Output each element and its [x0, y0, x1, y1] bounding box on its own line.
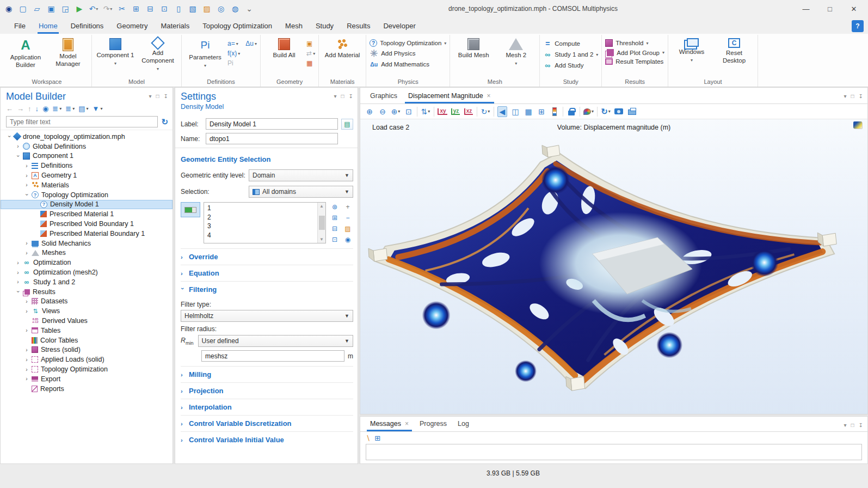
go-back-icon[interactable]: ← [6, 105, 13, 113]
view-xy-icon[interactable]: xy [438, 106, 447, 117]
deactivate-selection-icon[interactable]: ◉ [342, 235, 353, 244]
section-filtering[interactable]: ›Filtering [181, 281, 353, 297]
tree-item-optimization[interactable]: ›∞Optimization [1, 258, 173, 267]
ribbon-button-add-physics[interactable]: ✳Add Physics [370, 49, 446, 58]
rename-icon[interactable]: ▤ [341, 119, 353, 130]
float-panel-icon[interactable]: □ [156, 93, 159, 99]
messages-tab-log[interactable]: Log [452, 417, 475, 431]
model-tree-settings-icon[interactable]: ▤▾ [78, 105, 88, 113]
undo-icon[interactable]: ↶▾ [87, 2, 100, 15]
ribbon-tab-materials[interactable]: Materials [154, 19, 196, 34]
copy-selection-icon[interactable]: ⊞ [329, 213, 340, 222]
update-icon[interactable]: ⇄▾ [306, 50, 315, 57]
paste-icon[interactable]: ⊟ [144, 2, 157, 15]
save-icon[interactable]: ▣ [45, 2, 58, 15]
ribbon-button-add-plot-group[interactable]: Add Plot Group▾ [605, 49, 664, 56]
expand-arrow-icon[interactable]: › [23, 308, 30, 314]
tree-item-density-model-1[interactable]: ?Density Model 1 [1, 200, 173, 210]
ribbon-tab-study[interactable]: Study [309, 19, 340, 34]
expand-arrow-icon[interactable]: › [23, 367, 30, 373]
tree-item-global-definitions[interactable]: ›Global Definitions [1, 142, 173, 151]
ribbon-tab-home[interactable]: Home [32, 19, 64, 34]
rotate-icon[interactable]: ↻▾ [481, 106, 490, 117]
tree-item-reports[interactable]: Reports [1, 384, 173, 394]
tree-item-study-1-and-2[interactable]: ›∞Study 1 and 2 [1, 277, 173, 287]
delete-icon[interactable]: ▯ [172, 2, 185, 15]
ribbon-tab-developer[interactable]: Developer [377, 19, 422, 34]
ribbon-button-add-study[interactable]: ∞Add Study [543, 61, 598, 70]
tree-item-applied-loads-solid-[interactable]: ›Applied Loads (solid) [1, 355, 173, 364]
expand-arrow-icon[interactable]: › [23, 240, 30, 246]
expand-arrow-icon[interactable]: › [15, 289, 21, 295]
ribbon-button-component-1[interactable]: Component 1▾ [95, 36, 136, 66]
zoom-to-selection-icon[interactable]: ⊡ [329, 235, 340, 244]
update-icon[interactable]: ↻▾ [601, 106, 611, 117]
view-xz-icon[interactable]: xz [464, 106, 473, 117]
section-equation[interactable]: ›Equation [181, 265, 353, 281]
name-field[interactable] [206, 133, 338, 144]
zoom-in-icon[interactable]: ⊕ [365, 106, 374, 117]
transparency-icon[interactable]: ◫ [510, 106, 520, 117]
plot-area[interactable]: Load case 2 Volume: Displacement magnitu… [360, 119, 867, 414]
print-icon[interactable] [627, 106, 637, 117]
tree-item-export[interactable]: ›Export [1, 374, 173, 384]
select-region-icon[interactable]: ▧ [186, 2, 199, 15]
expand-arrow-icon[interactable]: › [23, 182, 30, 188]
pin-panel-icon[interactable]: ↧ [349, 93, 353, 99]
open-file-icon[interactable]: ▱ [30, 2, 44, 15]
zoom-extents-icon[interactable]: ⊡ [404, 106, 414, 117]
ribbon-button-add-material[interactable]: Add Material [322, 36, 362, 59]
go-to-default-view-icon[interactable]: ⇅▾ [421, 106, 430, 117]
tree-item-stress-solid-[interactable]: ›Stress (solid) [1, 345, 173, 355]
collapse-all-icon[interactable]: ≣▾ [65, 105, 75, 113]
ribbon-button-compute[interactable]: =Compute [543, 39, 598, 48]
ribbon-button-windows[interactable]: Windows▾ [672, 36, 712, 63]
create-selection-icon[interactable]: ⊛ [329, 202, 340, 211]
color-legend-icon[interactable] [550, 106, 559, 117]
remove-from-selection-icon[interactable]: − [342, 213, 353, 222]
close-button[interactable]: ✕ [842, 1, 866, 16]
ribbon-button-application-builder[interactable]: AApplication Builder [5, 36, 46, 69]
float-panel-icon[interactable]: □ [851, 422, 854, 428]
clear-selection-icon[interactable]: ▨ [200, 2, 213, 15]
ribbon-tab-topology-optimization[interactable]: Topology Optimization [196, 19, 279, 34]
image-snapshot-icon[interactable] [614, 106, 624, 117]
activate-selection-toggle[interactable] [181, 202, 200, 217]
float-panel-icon[interactable]: □ [341, 93, 344, 99]
float-panel-icon[interactable]: □ [851, 93, 854, 99]
selection-item[interactable]: 1 [207, 204, 314, 213]
ribbon-tab-definitions[interactable]: Definitions [64, 19, 110, 34]
collapse-panel-icon[interactable]: ▾ [149, 93, 152, 99]
move-down-icon[interactable]: ↓ [35, 105, 39, 113]
expand-arrow-icon[interactable]: › [23, 376, 30, 382]
expand-arrow-icon[interactable]: › [15, 270, 21, 276]
ribbon-button-reset-desktop[interactable]: CReset Desktop [714, 36, 754, 65]
selection-item[interactable]: 4 [207, 231, 314, 240]
messages-tab-messages[interactable]: Messages× [365, 417, 414, 431]
redo-icon[interactable]: ↷▾ [101, 2, 114, 15]
messages-content[interactable] [366, 444, 862, 460]
minimize-button[interactable]: — [794, 1, 818, 16]
tree-item-topology-optimization[interactable]: ›Topology Optimization [1, 364, 173, 374]
section-override[interactable]: ›Override [181, 248, 353, 265]
ribbon-button-study-1-and-2[interactable]: ∞Study 1 and 2▾ [543, 50, 598, 59]
open-message-window-icon[interactable]: ⊞ [374, 434, 380, 442]
ribbon-button-model-manager[interactable]: Model Manager [48, 36, 88, 68]
tree-item-prescribed-material-1[interactable]: Prescribed Material 1 [1, 209, 173, 219]
show-icon[interactable]: ◉ [42, 105, 48, 113]
label-field[interactable] [206, 118, 338, 130]
expand-arrow-icon[interactable]: › [15, 260, 21, 266]
rmin-dropdown[interactable]: User defined▼ [198, 335, 353, 347]
paste-selection-icon[interactable]: ⊟ [329, 224, 340, 233]
close-icon[interactable]: × [487, 92, 491, 100]
selection-dropdown[interactable]: All domains▼ [249, 186, 353, 198]
insert-sequence-icon[interactable]: ▣ [306, 40, 315, 47]
tree-item-meshes[interactable]: ›Meshes [1, 248, 173, 258]
preferences-icon[interactable]: ◍ [229, 2, 242, 15]
cut-icon[interactable]: ✂ [115, 2, 128, 15]
variables-icon[interactable]: a=▾ [227, 40, 240, 47]
activate-selection-icon[interactable]: ▨ [342, 224, 353, 233]
graphics-tab-displacement-magnitude[interactable]: Displacement Magnitude× [403, 89, 496, 103]
collapse-panel-icon[interactable]: ▾ [334, 93, 337, 99]
ribbon-button-mesh-2[interactable]: Mesh 2▾ [496, 36, 536, 66]
